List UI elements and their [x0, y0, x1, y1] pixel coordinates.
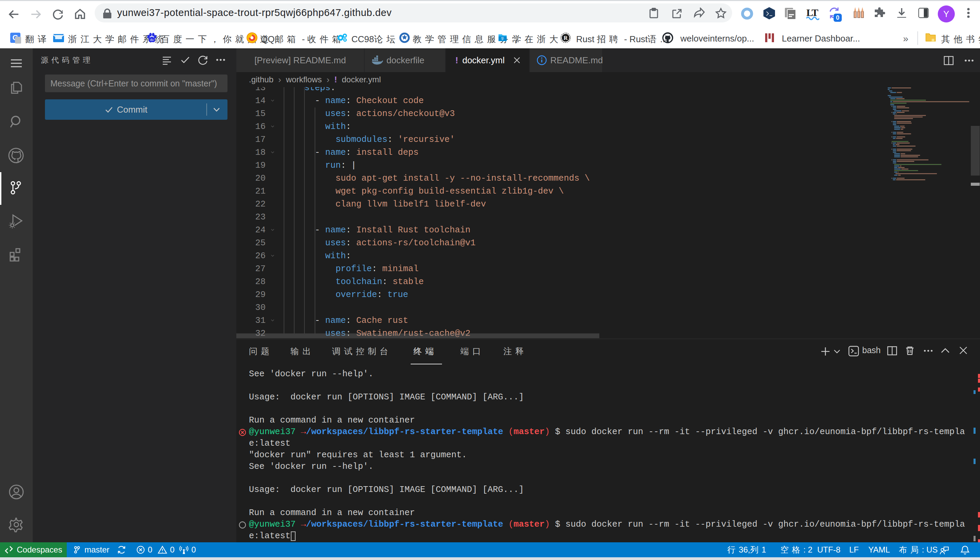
- svg-text:R: R: [564, 35, 568, 41]
- svg-text:学: 学: [501, 37, 504, 40]
- svg-text:du: du: [150, 38, 154, 42]
